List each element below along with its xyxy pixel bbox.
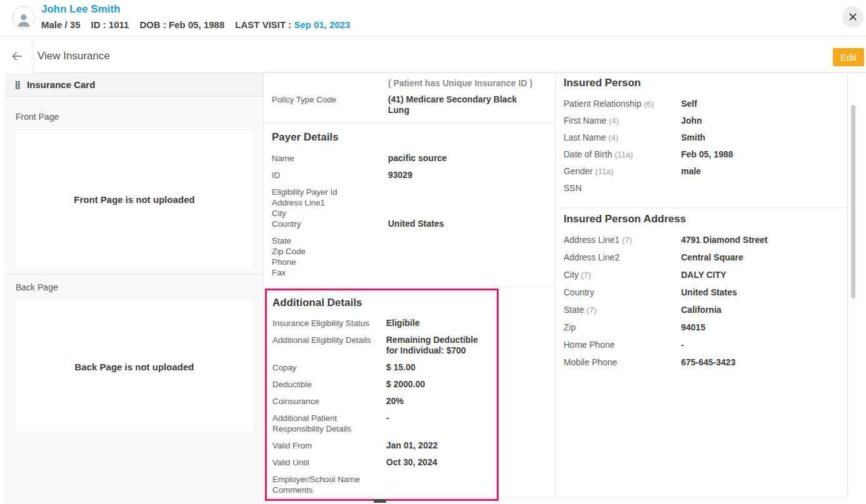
- detail-row: Eligibility Payer Id: [272, 187, 547, 197]
- detail-row: Comments: [272, 485, 492, 495]
- insurance-card-panel: ⣿ Insurance Card Front Page Front Page i…: [5, 73, 264, 504]
- back-arrow-icon: [9, 49, 24, 64]
- field-code: (7): [581, 270, 591, 280]
- detail-row: Phone: [272, 257, 547, 267]
- field-value: 94015: [681, 322, 705, 333]
- view-insurance-page: John Lee Smith Male / 35 ID : 1011 DOB :…: [0, 0, 866, 504]
- detail-row: Additional Eligibility Details Remaining…: [272, 335, 492, 356]
- patient-meta: Male / 35 ID : 1011 DOB : Feb 05, 1988 L…: [41, 19, 351, 30]
- field-value: DALY CITY: [681, 270, 726, 280]
- field-value: $ 15.00: [386, 362, 416, 373]
- field-label: Comments: [272, 485, 386, 495]
- detail-row: State (7) California: [564, 305, 840, 315]
- field-value: pacific source: [388, 153, 447, 164]
- edit-button[interactable]: Edit: [833, 48, 864, 66]
- field-value: United States: [681, 287, 737, 298]
- front-page-label: Front Page: [16, 112, 253, 122]
- field-label: Policy Type Code: [272, 94, 388, 105]
- insurance-card-title: Insurance Card: [27, 79, 95, 90]
- field-value: $ 2000.00: [386, 379, 425, 390]
- field-code: (11a): [615, 150, 633, 159]
- last-visit-label: LAST VISIT :: [235, 19, 291, 30]
- field-code: (7): [622, 235, 632, 245]
- detail-row: Zip 94015: [564, 322, 840, 333]
- field-label: ID: [272, 170, 388, 180]
- clipped-next-section: [374, 499, 386, 503]
- field-value: Feb 05, 1988: [681, 149, 733, 160]
- payer-details-title: Payer Details: [272, 131, 547, 144]
- detail-row: Gender (11a) male: [564, 166, 840, 177]
- field-label: Insurance Eligibility Status: [272, 318, 386, 329]
- field-label: Home Phone: [564, 340, 681, 350]
- field-label: Zip: [564, 322, 681, 333]
- detail-row: Country United States: [564, 287, 840, 298]
- payer-details-section: Payer Details Name pacific source ID 930…: [264, 124, 555, 287]
- field-code: (6): [644, 99, 654, 109]
- patient-demographics: Male / 35: [41, 19, 81, 30]
- insurance-card-header: ⣿ Insurance Card: [6, 73, 263, 97]
- back-button[interactable]: [0, 39, 34, 73]
- toolbar: View Insurance Edit: [0, 39, 866, 73]
- detail-row: Address Line1 (7) 4791 Diamond Street: [564, 235, 840, 245]
- close-button[interactable]: [842, 6, 864, 27]
- field-label: State: [272, 235, 388, 246]
- patient-id: ID : 1011: [91, 19, 129, 30]
- detail-row: Address Line1: [272, 197, 547, 208]
- detail-row: Mobile Phone 675-645-3423: [564, 357, 840, 368]
- field-label: Fax: [272, 267, 388, 278]
- scrollbar-thumb[interactable]: [851, 105, 855, 299]
- content: ⣿ Insurance Card Front Page Front Page i…: [0, 73, 866, 504]
- field-label: Deductible: [272, 379, 386, 390]
- detail-row: Address Line2 Central Square: [564, 252, 840, 263]
- back-page-label: Back Page: [16, 282, 253, 292]
- field-value: 675-645-3423: [681, 357, 735, 368]
- detail-row: Valid Until Oct 30, 2024: [272, 457, 492, 468]
- field-label: Valid From: [272, 440, 386, 451]
- field-value: (41) Medicare Secondary Black Lung: [388, 94, 518, 116]
- patient-name-link[interactable]: John Lee Smith: [41, 3, 121, 16]
- drag-handle-icon[interactable]: ⣿: [14, 81, 21, 89]
- field-label: Mobile Phone: [564, 357, 681, 368]
- field-label: Phone: [272, 257, 388, 267]
- insured-person-section: Insured Person Patient Relationship (6) …: [556, 73, 847, 208]
- detail-row: SSN: [564, 183, 840, 194]
- detail-row: Copay $ 15.00: [272, 362, 492, 373]
- field-label: Additional Eligibility Details: [272, 335, 386, 345]
- policy-section: ( Patient has Unique Insurance ID ) Poli…: [264, 73, 555, 124]
- field-code: (4): [609, 116, 619, 126]
- field-value: Smith: [681, 132, 705, 143]
- field-label: Address Line1: [272, 197, 388, 208]
- detail-row: Home Phone -: [564, 340, 840, 350]
- field-label: SSN: [564, 183, 681, 194]
- field-value: Central Square: [681, 252, 744, 263]
- detail-row: Patient Relationship (6) Self: [564, 99, 840, 109]
- detail-row: Name pacific source: [272, 153, 547, 164]
- front-page-placeholder-text: Front Page is not uploaded: [74, 194, 194, 205]
- field-value: 93029: [388, 170, 412, 180]
- field-label: City: [272, 208, 388, 219]
- patient-header: John Lee Smith Male / 35 ID : 1011 DOB :…: [0, 0, 866, 36]
- field-code: (7): [587, 305, 597, 315]
- field-label: Name: [272, 153, 388, 164]
- avatar: [12, 6, 35, 29]
- unique-insurance-note: ( Patient has Unique Insurance ID ): [388, 78, 547, 89]
- field-value: 20%: [386, 396, 404, 407]
- additional-details-section-highlighted: Additional Details Insurance Eligibility…: [265, 289, 499, 501]
- field-value: United States: [388, 219, 444, 229]
- field-label: Employer/School Name: [272, 474, 386, 485]
- field-value: 4791 Diamond Street: [681, 235, 768, 245]
- field-label: Additional Patient Responsibility Detail…: [272, 413, 386, 434]
- field-label: State (7): [564, 305, 681, 315]
- detail-row: Employer/School Name: [272, 474, 492, 485]
- detail-row: Additional Patient Responsibility Detail…: [272, 413, 492, 434]
- field-label: First Name (4): [564, 116, 681, 126]
- insured-person-address-title: Insured Person Address: [564, 213, 840, 225]
- detail-row: Deductible $ 2000.00: [272, 379, 492, 390]
- detail-row: Insurance Eligibility Status Eligibile: [272, 318, 492, 329]
- insured-person-address-section: Insured Person Address Address Line1 (7)…: [556, 208, 847, 368]
- field-value: Self: [681, 99, 697, 109]
- close-icon: [848, 12, 858, 22]
- detail-row: City: [272, 208, 547, 219]
- field-value: John: [681, 116, 702, 126]
- patient-last-visit: LAST VISIT : Sep 01, 2023: [235, 19, 350, 30]
